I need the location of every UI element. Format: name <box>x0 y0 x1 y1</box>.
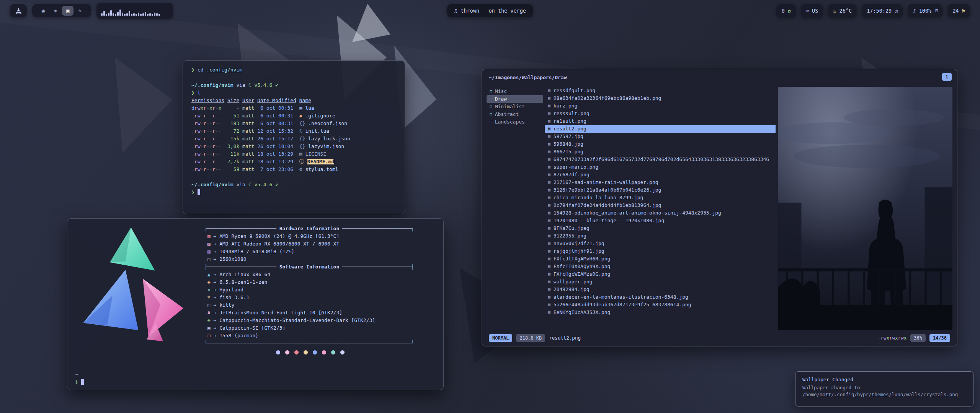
terminal-line: ♆ → fish 3.6.1 <box>204 294 426 301</box>
sidebar-item-landscapes[interactable]: ❒Landscapes <box>487 118 543 126</box>
permission-string: .rw-r--r-- <box>191 120 221 126</box>
file-item[interactable]: ▦5a266e448add93deab367d87173e9f25-683788… <box>545 301 776 309</box>
terminal-line: ▦ → AMD Ryzen 9 5900X (24) @ 4.9GHz [61.… <box>204 233 426 240</box>
updates-module[interactable]: 0 ✿ <box>776 4 795 17</box>
bar-right: 0 ✿⌨ US♨ 26°C17:50:29 ◷♪ 100% ♬24 ⚑ <box>776 4 970 17</box>
file-item[interactable]: ▦atardecer-en-la-montanas-ilustracion-63… <box>545 293 776 301</box>
file-item[interactable]: ▦3126f7e9bbf21a8a4af0b67b041c6e26.jpg <box>545 186 776 194</box>
file-item[interactable]: ▦08a634fa02a32364f69ebc86a98eb1eb.png <box>545 94 776 102</box>
theme-icon: ❀ <box>207 317 211 323</box>
image-file-icon: ▦ <box>548 94 550 102</box>
terminal-line: ▢ → 980x413 <box>204 255 426 263</box>
terminal-line: .rw-r--r-- 183 matt 6 oct 00:31 {} .neoc… <box>191 120 405 127</box>
workspace-files[interactable]: ▣ <box>62 6 74 16</box>
visualizer-bar <box>145 12 146 16</box>
lua-icon: ☾ <box>248 82 255 88</box>
terminal-line: .rw-r--r-- 15k matt 26 oct 15:17 {} lazy… <box>191 135 405 143</box>
file-item[interactable]: ▦217167-sad-anime-rain-wallpaper.png <box>545 179 776 186</box>
sidebar-item-misc[interactable]: ❒Misc <box>487 88 543 95</box>
visualizer-bar <box>138 13 139 16</box>
gear-icon: ⚙ <box>299 166 305 172</box>
volume-label: 100% <box>919 8 935 14</box>
workspace-browser[interactable]: ◉ <box>38 6 49 16</box>
terminal-line: ❒ → 1558 (pacman) <box>204 332 426 340</box>
file-item[interactable]: ▦596848.jpg <box>545 140 776 148</box>
file-item[interactable]: ▦FXfcJlTXgAMvH6R.png <box>545 255 776 263</box>
fetch-info-lines: ┌─────────────────────── Hardware Inform… <box>204 225 426 347</box>
terminal-window[interactable]: ❯ cd .config/nvim ~/.config/nvim via ☾ v… <box>183 60 405 214</box>
directory-name: Minimalist <box>495 103 525 111</box>
visualizer-bar <box>154 13 155 16</box>
image-file-icon: ▦ <box>548 179 550 186</box>
file-item[interactable]: ▦rsjqojlmjhf91.jpg <box>545 247 776 255</box>
notifications-module[interactable]: 24 ⚑ <box>947 4 970 17</box>
mode-badge: NORMAL <box>489 334 512 342</box>
file-item[interactable]: ▦8FKa7Cu.jpeg <box>545 224 776 232</box>
workspace-chat[interactable]: ✶ <box>50 6 61 16</box>
file-item[interactable]: ▦ressdfgult.png <box>545 87 776 94</box>
permission-string: drwxr-xr-x <box>191 105 221 111</box>
sidebar-item-draw[interactable]: ❒Draw <box>487 95 543 103</box>
file-item[interactable]: ▦result2.png <box>545 125 776 133</box>
file-item[interactable]: ▦resssult.png <box>545 110 776 117</box>
file-item[interactable]: ▦3122955.png <box>545 232 776 240</box>
notification-body: Wallpaper changed to /home/matt/.config/… <box>802 384 966 398</box>
tab-badge[interactable]: 1 <box>942 73 952 81</box>
clock-module[interactable]: 17:50:29 ◷ <box>862 4 903 17</box>
gpu-icon: ▧ <box>207 241 211 247</box>
notification-toast[interactable]: Wallpaper Changed Wallpaper changed to /… <box>795 371 973 406</box>
file-item[interactable]: ▦0c794faf07de24a4db4d4fb1eb813964.jpg <box>545 202 776 209</box>
file-item[interactable]: ▦866715.png <box>545 148 776 156</box>
file-item[interactable]: ▦87r687df.png <box>545 171 776 179</box>
file-item[interactable]: ▦nnvuv0xj2df71.jpg <box>545 240 776 247</box>
file-name: 19201080-__blue-tinge__-1920×1080.jpg <box>554 217 665 224</box>
launcher-button[interactable] <box>10 4 27 17</box>
file-item[interactable]: ▦kurz.png <box>545 102 776 110</box>
visualizer-bar <box>140 14 142 16</box>
file-item[interactable]: ▦EeNKYgIUcAAJ5JX.png <box>545 309 776 316</box>
volume-module[interactable]: ♪ 100% ♬ <box>908 4 942 17</box>
file-item[interactable]: ▦587597.jpg <box>545 133 776 140</box>
terminal-line <box>191 74 405 81</box>
file-item[interactable]: ▦wallpaper.png <box>545 278 776 286</box>
file-name: 87r687df.png <box>554 171 590 179</box>
file-item[interactable]: ▦20492984.jpg <box>545 286 776 293</box>
music-note-icon: ♫ <box>454 8 457 14</box>
fastfetch-window[interactable]: ┌─────────────────────── Hardware Inform… <box>67 218 444 390</box>
lua-icon: ☾ <box>248 182 255 187</box>
file-name: 866715.png <box>554 148 583 156</box>
image-file-icon: ▦ <box>548 194 550 202</box>
breadcrumb-path: ~/Imagenes/Wallpapers/Draw <box>489 75 567 80</box>
file-name: 154928-odinokoe_anime-art-anime-okno-sin… <box>554 209 721 217</box>
file-item[interactable]: ▦154928-odinokoe_anime-art-anime-okno-si… <box>545 209 776 217</box>
sidebar-item-abstract[interactable]: ❒Abstract <box>487 111 543 118</box>
file-item[interactable]: ▦68747470733a2f2f696d616765732d7769786d7… <box>545 156 776 163</box>
visualizer-bar <box>124 14 126 16</box>
file-item[interactable]: ▦chica-mirando-la-luna-8799.jpg <box>545 194 776 202</box>
image-file-icon: ▦ <box>548 186 550 194</box>
file-item[interactable]: ▦re1sult.png <box>545 117 776 125</box>
file-name: 0c794faf07de24a4db4d4fb1eb813964.jpg <box>554 202 662 209</box>
file-item[interactable]: ▦super-mario.png <box>545 163 776 171</box>
terminal-line: ◫ → kitty <box>204 301 426 309</box>
status-bar-right: -rwxrwxrwx 36% 14/38 <box>878 334 950 342</box>
workspace-design[interactable]: ✎ <box>74 6 86 16</box>
color-dot <box>304 350 308 354</box>
image-file-icon: ▦ <box>548 87 550 94</box>
keyboard-layout-module[interactable]: ⌨ US <box>801 4 823 17</box>
visualizer-bar <box>158 14 160 16</box>
folder-icon: ❒ <box>490 88 492 95</box>
media-module[interactable]: ♫ thrown - on the verge <box>447 4 533 17</box>
temperature-module[interactable]: ♨ 26°C <box>828 4 857 17</box>
package-updates-icon: ✿ <box>788 8 791 14</box>
image-preview-pane <box>778 87 952 330</box>
image-file-icon: ▦ <box>548 263 550 270</box>
sidebar-item-minimalist[interactable]: ❒Minimalist <box>487 103 543 111</box>
file-name: 587597.jpg <box>554 133 583 140</box>
file-item[interactable]: ▦19201080-__blue-tinge__-1920×1080.jpg <box>545 217 776 224</box>
memory-icon: ▥ <box>207 249 211 254</box>
file-item[interactable]: ▦FXfcII0X0AQyn9X.png <box>545 263 776 270</box>
file-manager-window[interactable]: ~/Imagenes/Wallpapers/Draw 1 ❒Misc❒Draw❒… <box>482 69 957 346</box>
image-file-icon: ▦ <box>548 301 550 309</box>
file-item[interactable]: ▦FXfcHgcWIAMzs0G.png <box>545 270 776 278</box>
